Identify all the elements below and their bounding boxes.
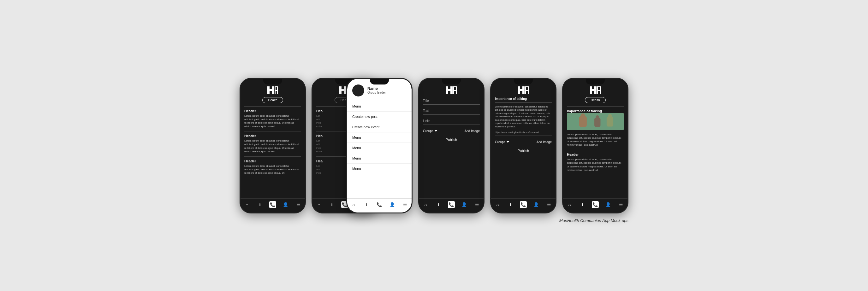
svg-rect-0	[267, 86, 270, 94]
avatar	[352, 84, 364, 97]
phone-3-content: Title Text Links Groups Add Image Publis…	[419, 97, 484, 198]
phone-5: Health Importance of talking	[562, 78, 628, 213]
menu-item-5[interactable]: Menu	[347, 163, 411, 174]
menu-icon-5[interactable]: ☰	[618, 201, 625, 208]
phone-icon-5[interactable]: 📞	[592, 201, 599, 208]
section-3-body: Lorem ipsum dolor sit amet, consectetur …	[244, 164, 301, 175]
info-icon-4[interactable]: ℹ	[507, 201, 514, 208]
groups-label: Groups	[423, 129, 433, 133]
groups-row-4: Groups Add Image	[495, 138, 552, 146]
menu-item-4[interactable]: Menu	[347, 153, 411, 163]
groups-row: Groups Add Image	[423, 128, 480, 135]
phone-icon-2[interactable]: 📞	[376, 201, 383, 208]
phone-1-tab[interactable]: Health	[241, 97, 305, 105]
home-icon-3[interactable]: ⌂	[422, 201, 429, 208]
menu-icon-2[interactable]: ☰	[402, 201, 409, 208]
article-4-body: Lorem ipsum dolor sit amet, consectetur …	[495, 105, 552, 129]
info-icon-2b: ℹ	[328, 201, 335, 208]
logo-area-4	[491, 79, 556, 97]
svg-rect-2	[272, 86, 274, 94]
title-label: Title	[423, 99, 480, 103]
home-icon[interactable]: ⌂	[243, 201, 250, 208]
home-icon-5[interactable]: ⌂	[566, 201, 573, 208]
svg-rect-28	[590, 86, 592, 94]
groups-dropdown-4[interactable]: Groups	[495, 140, 509, 144]
svg-point-37	[581, 113, 585, 118]
text-label: Text	[423, 109, 480, 113]
phone-1-content: Header Lorem ipsum dolor sit amet, conse…	[241, 105, 305, 198]
phone-icon-3[interactable]: 📞	[448, 201, 455, 208]
links-field[interactable]: Links	[423, 117, 480, 125]
section-3-header: Header	[244, 159, 301, 163]
svg-rect-38	[594, 118, 600, 127]
section-1-header: Header	[244, 109, 301, 113]
svg-rect-15	[448, 89, 451, 91]
svg-point-41	[608, 114, 612, 118]
mh-logo-3	[445, 86, 457, 95]
svg-rect-36	[579, 116, 587, 127]
publish-button[interactable]: Publish	[446, 138, 457, 142]
publish-button-4[interactable]: Publish	[518, 149, 529, 153]
groups-label-4: Groups	[495, 140, 505, 144]
info-icon-2[interactable]: ℹ	[363, 201, 370, 208]
health-tab[interactable]: Health	[262, 97, 283, 103]
phone-4-content: Importance of talking Lorem ipsum dolor …	[491, 97, 556, 198]
svg-rect-6	[275, 90, 278, 91]
svg-rect-27	[525, 90, 529, 91]
svg-rect-29	[592, 89, 594, 91]
person-icon[interactable]: 👤	[282, 201, 289, 208]
phone-group-2: Hea... Hea Loradipincidenim Hea Loradipi…	[312, 78, 412, 213]
svg-rect-20	[453, 90, 457, 91]
home-icon-2[interactable]: ⌂	[350, 201, 357, 208]
profile-name: Name	[367, 86, 386, 91]
phone-4-bottom-nav: ⌂ ℹ 📞 👤 ☰	[491, 198, 556, 213]
home-icon-4[interactable]: ⌂	[494, 201, 501, 208]
info-icon[interactable]: ℹ	[256, 201, 263, 208]
phone-3-bottom-nav: ⌂ ℹ 📞 👤 ☰	[419, 198, 484, 213]
logo-area-5	[563, 79, 627, 97]
menu-item-3[interactable]: Menu	[347, 143, 411, 153]
publish-area: Publish	[423, 138, 480, 142]
phone-5-tab[interactable]: Health	[563, 97, 627, 105]
article-4-title: Importance of talking	[495, 97, 552, 103]
menu-icon[interactable]: ☰	[295, 201, 302, 208]
phone-1-bottom-nav: ⌂ ℹ 📞 👤 ☰	[241, 198, 305, 213]
phone-icon-4[interactable]: 📞	[520, 201, 527, 208]
text-field[interactable]: Text	[423, 107, 480, 115]
title-field[interactable]: Title	[423, 97, 480, 105]
person-icon-4[interactable]: 👤	[533, 201, 540, 208]
person-icon-2[interactable]: 👤	[389, 201, 396, 208]
info-icon-5[interactable]: ℹ	[579, 201, 586, 208]
menu-item-create-post[interactable]: Create new post	[347, 112, 411, 122]
menu-icon-3[interactable]: ☰	[474, 201, 481, 208]
section-1-body: Lorem ipsum dolor sit amet, consectetur …	[244, 114, 301, 128]
menu-item-create-event[interactable]: Create new event	[347, 122, 411, 133]
phone-icon[interactable]: 📞	[269, 201, 276, 208]
phone-4: Importance of talking Lorem ipsum dolor …	[490, 78, 556, 213]
health-tab-5[interactable]: Health	[585, 97, 606, 103]
add-image-button-4[interactable]: Add Image	[536, 140, 552, 144]
publish-area-4: Publish	[495, 149, 552, 153]
chevron-down-icon	[435, 130, 437, 132]
article-image	[567, 113, 624, 130]
add-image-button[interactable]: Add Image	[465, 129, 480, 133]
info-icon-3[interactable]: ℹ	[435, 201, 442, 208]
profile-role: Group leader	[367, 91, 386, 94]
svg-point-39	[596, 115, 599, 119]
menu-icon-4[interactable]: ☰	[546, 201, 553, 208]
phone-2-nav: ⌂ ℹ 📞 👤 ☰	[347, 198, 411, 213]
mh-logo-5	[589, 86, 601, 95]
section-2-body: Lorem ipsum dolor sit amet, consectetur …	[244, 139, 301, 153]
links-label: Links	[423, 119, 480, 123]
person-icon-5[interactable]: 👤	[605, 201, 612, 208]
svg-rect-30	[594, 86, 596, 94]
article-4-link[interactable]: https://www.healthyfamiliesbc.ca/home/ar…	[495, 131, 552, 136]
svg-rect-8	[342, 89, 344, 91]
person-icon-3[interactable]: 👤	[461, 201, 468, 208]
article-image-svg	[567, 113, 624, 130]
groups-dropdown[interactable]: Groups	[423, 129, 437, 133]
menu-item-1[interactable]: Menu	[347, 101, 411, 112]
article-5-body1: Lorem ipsum dolor sit amet, consectetur …	[567, 133, 624, 147]
menu-item-2[interactable]: Menu	[347, 133, 411, 143]
logo-area-1	[241, 79, 305, 97]
